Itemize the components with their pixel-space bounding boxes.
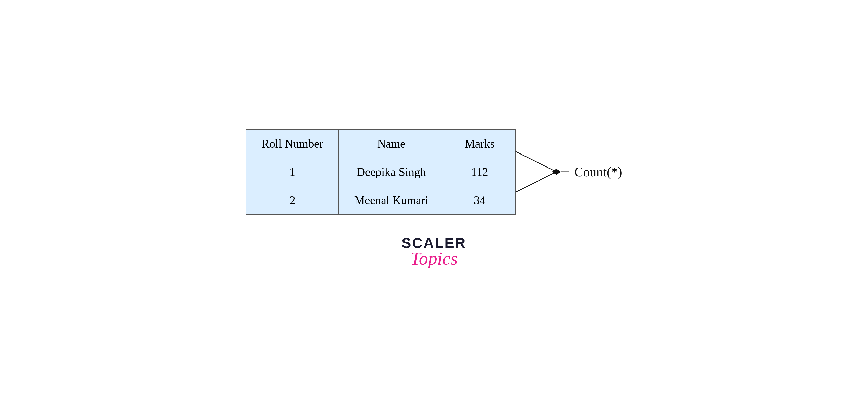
col-name: Name — [339, 130, 444, 158]
svg-line-1 — [516, 172, 556, 192]
brand-topics-text: Topics — [410, 248, 458, 269]
svg-marker-2 — [552, 169, 561, 175]
table-row: 1 Deepika Singh 112 — [246, 158, 515, 186]
svg-line-0 — [516, 152, 556, 172]
brand-section: SCALER Topics — [401, 235, 466, 269]
arrow-section: Count(*) — [516, 131, 622, 213]
table-row: 2 Meenal Kumari 34 — [246, 186, 515, 214]
cell-marks-1: 112 — [444, 158, 515, 186]
cell-name-1: Deepika Singh — [339, 158, 444, 186]
count-label: Count(*) — [574, 164, 622, 179]
cell-name-2: Meenal Kumari — [339, 186, 444, 214]
data-table: Roll Number Name Marks 1 Deepika Singh 1… — [246, 129, 516, 215]
table-header-row: Roll Number Name Marks — [246, 130, 515, 158]
count-arrow-svg — [516, 131, 572, 213]
cell-roll-2: 2 — [246, 186, 339, 214]
cell-marks-2: 34 — [444, 186, 515, 214]
col-marks: Marks — [444, 130, 515, 158]
table-section: Roll Number Name Marks 1 Deepika Singh 1… — [246, 129, 622, 215]
cell-roll-1: 1 — [246, 158, 339, 186]
main-container: Roll Number Name Marks 1 Deepika Singh 1… — [246, 129, 622, 269]
col-roll-number: Roll Number — [246, 130, 339, 158]
